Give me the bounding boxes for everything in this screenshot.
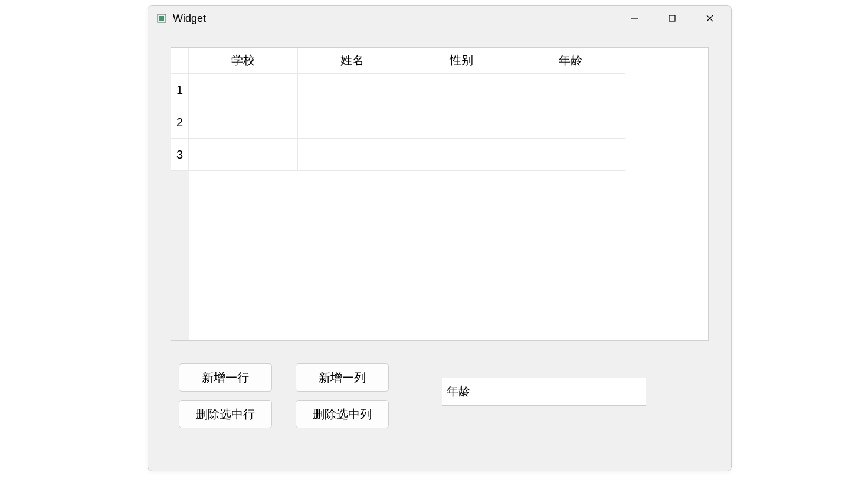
row-header[interactable]: 2 — [171, 106, 189, 139]
table-cell[interactable] — [298, 139, 407, 171]
delete-row-button[interactable]: 删除选中行 — [179, 400, 272, 428]
window-title: Widget — [173, 12, 615, 25]
table-cell[interactable] — [407, 74, 516, 106]
close-button[interactable] — [691, 6, 729, 30]
app-icon — [156, 13, 167, 24]
table-cell[interactable] — [407, 139, 516, 171]
add-row-button[interactable]: 新增一行 — [179, 363, 272, 392]
table-cell[interactable] — [516, 74, 625, 106]
add-column-button[interactable]: 新增一列 — [296, 363, 389, 392]
table-cell[interactable] — [516, 106, 625, 139]
table-cell[interactable] — [189, 139, 298, 171]
column-header[interactable]: 学校 — [189, 48, 298, 74]
table-cell[interactable] — [407, 106, 516, 139]
data-table[interactable]: 学校 姓名 性别 年龄 1 — [171, 47, 709, 341]
titlebar[interactable]: Widget — [148, 6, 731, 31]
delete-column-button[interactable]: 删除选中列 — [296, 400, 389, 428]
table-empty-area — [625, 139, 708, 171]
table-empty-area — [189, 171, 708, 340]
column-header[interactable]: 年龄 — [516, 48, 625, 74]
svg-rect-3 — [669, 15, 675, 21]
column-header[interactable]: 性别 — [407, 48, 516, 74]
table-empty-area — [625, 74, 708, 106]
table-empty-area — [171, 171, 189, 340]
table-cell[interactable] — [298, 74, 407, 106]
row-header[interactable]: 3 — [171, 139, 189, 171]
svg-rect-1 — [159, 16, 164, 21]
table-cell[interactable] — [516, 139, 625, 171]
column-header[interactable]: 姓名 — [298, 48, 407, 74]
table-empty-area — [625, 106, 708, 139]
table-cell[interactable] — [189, 74, 298, 106]
app-window: Widget — [148, 5, 732, 471]
maximize-button[interactable] — [653, 6, 691, 30]
row-header[interactable]: 1 — [171, 74, 189, 106]
table-cell[interactable] — [189, 106, 298, 139]
minimize-button[interactable] — [615, 6, 653, 30]
table-cell[interactable] — [298, 106, 407, 139]
table-corner[interactable] — [171, 48, 189, 74]
table-empty-area — [625, 48, 708, 74]
column-name-input[interactable] — [442, 378, 646, 406]
